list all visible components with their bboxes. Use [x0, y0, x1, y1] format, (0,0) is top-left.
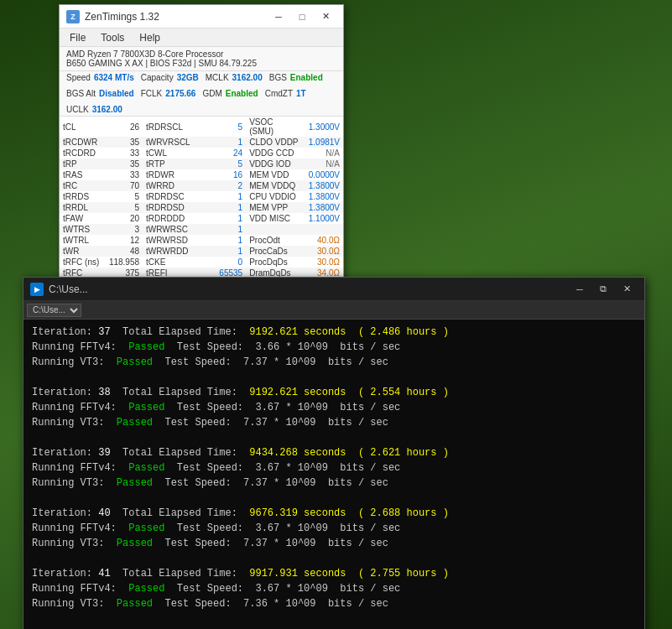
- menubar: File Tools Help: [60, 29, 343, 47]
- timing-name3: ProcOdt: [246, 235, 302, 246]
- menu-file[interactable]: File: [63, 30, 92, 45]
- vt3-line: Running VT3: Passed Test Speed: 7.37 * 1…: [32, 355, 636, 370]
- capacity-value: 32GB: [177, 73, 199, 82]
- timing-name: tWR: [60, 246, 106, 257]
- timing-val3: 1.3800V: [302, 191, 343, 202]
- capacity-label: Capacity: [141, 73, 174, 82]
- fclk-label: FCLK: [141, 89, 163, 98]
- timing-name3: [246, 224, 302, 235]
- blank-line: [32, 491, 636, 506]
- timing-val3: 1.3800V: [302, 202, 343, 213]
- maximize-button[interactable]: □: [291, 8, 313, 25]
- speed-value: 6324 MT/s: [94, 73, 134, 82]
- cmd-dropdown-bar: C:\Use...: [23, 301, 644, 320]
- bgs-alt-label: BGS Alt: [66, 89, 96, 98]
- timing-name2: tRDRDSD: [143, 202, 200, 213]
- cmd-titlebar-buttons: ─ ⧉ ✕: [569, 281, 638, 298]
- cmdzt-value: 1T: [296, 89, 306, 98]
- table-row: tRAS 33 tRDWR 16 MEM VDD 0.0000V: [60, 169, 343, 180]
- iteration-line: Iteration: 39 Total Elapsed Time: 9434.2…: [32, 445, 636, 460]
- table-row: tWTRS 3 tWRWRSC 1: [60, 224, 343, 235]
- timing-name: tWTRS: [60, 224, 106, 235]
- timing-val2: 2: [200, 180, 246, 191]
- iteration-line: Iteration: 38 Total Elapsed Time: 9192.6…: [32, 385, 636, 400]
- timing-val2: 16: [200, 169, 246, 180]
- timing-val: 33: [106, 169, 143, 180]
- vt3-line: Running VT3: Passed Test Speed: 7.36 * 1…: [32, 596, 636, 611]
- zentimings-title: ZenTimings 1.32: [85, 11, 268, 23]
- timing-val: 118.958: [106, 257, 143, 268]
- mclk-label: MCLK: [206, 73, 229, 82]
- table-row: tWR 48 tWRWRDD 1 ProcCaDs 30.0Ω: [60, 246, 343, 257]
- bgs-stat: BGS Enabled: [269, 73, 323, 82]
- table-row: tWTRL 12 tWRWRSD 1 ProcOdt 40.0Ω: [60, 235, 343, 246]
- bgs-label: BGS: [269, 73, 287, 82]
- titlebar-buttons: ─ □ ✕: [268, 8, 336, 25]
- table-row: tRRDS 5 tRDRDSC 1 CPU VDDIO 1.3800V: [60, 191, 343, 202]
- timing-name3: CLDO VDDP: [246, 137, 302, 148]
- cmd-close-button[interactable]: ✕: [616, 281, 638, 298]
- menu-tools[interactable]: Tools: [94, 30, 131, 45]
- blank-line: [32, 611, 636, 626]
- timing-val: 12: [106, 235, 143, 246]
- blank-line: [32, 551, 636, 566]
- timing-name: tRRDS: [60, 191, 106, 202]
- timing-name: tRC: [60, 180, 106, 191]
- timing-name3: VDD MISC: [246, 213, 302, 224]
- blank-line: [32, 430, 636, 445]
- timing-name2: tWRVRSCL: [143, 137, 200, 148]
- table-row: tRFC (ns) 118.958 tCKE 0 ProcDqDs 30.0Ω: [60, 257, 343, 268]
- table-row: tRCDWR 35 tWRVRSCL 1 CLDO VDDP 1.0981V: [60, 137, 343, 148]
- timing-name3: MEM VPP: [246, 202, 302, 213]
- timing-val2: 1: [200, 137, 246, 148]
- blank-line: [32, 370, 636, 385]
- zentimings-titlebar: Z ZenTimings 1.32 ─ □ ✕: [60, 5, 343, 29]
- timing-val3: 0.0000V: [302, 169, 343, 180]
- menu-help[interactable]: Help: [133, 30, 167, 45]
- timing-val3: 1.1000V: [302, 213, 343, 224]
- cmd-restore-button[interactable]: ⧉: [592, 281, 614, 298]
- cmd-minimize-button[interactable]: ─: [569, 281, 591, 298]
- fftv4-line: Running FFTv4: Passed Test Speed: 3.67 *…: [32, 460, 636, 476]
- timing-val: 70: [106, 180, 143, 191]
- capacity-stat: Capacity 32GB: [141, 73, 199, 82]
- cmd-title: C:\Use...: [49, 283, 569, 295]
- timing-val3: 30.0Ω: [302, 257, 343, 268]
- timing-val2: 1: [200, 191, 246, 202]
- table-row: tCL 26 tRDRSCL 5 VSOC (SMU) 1.3000V: [60, 117, 343, 137]
- cmd-titlebar: ▶ C:\Use... ─ ⧉ ✕: [23, 278, 644, 301]
- table-row: tRP 35 tRTP 5 VDDG IOD N/A: [60, 159, 343, 169]
- timing-name: tRAS: [60, 169, 106, 180]
- timing-name: tRCDRD: [60, 148, 106, 159]
- vt3-line: Running VT3: Passed Test Speed: 7.37 * 1…: [32, 415, 636, 430]
- cmd-icon: ▶: [30, 283, 44, 296]
- timing-val3: [302, 224, 343, 235]
- close-button[interactable]: ✕: [315, 8, 336, 25]
- timing-name: tRP: [60, 159, 106, 169]
- timing-val2: 1: [200, 246, 246, 257]
- iteration-line: Iteration: 41 Total Elapsed Time: 9917.9…: [32, 566, 636, 581]
- cmd-window: ▶ C:\Use... ─ ⧉ ✕ C:\Use... Iteration: 3…: [23, 277, 645, 629]
- timing-name2: tRTP: [143, 159, 200, 169]
- cmd-tab-select[interactable]: C:\Use...: [27, 304, 81, 317]
- timing-val2: 0: [200, 257, 246, 268]
- uclk-label: UCLK: [66, 105, 89, 114]
- cmd-content: Iteration: 37 Total Elapsed Time: 9192.6…: [23, 320, 644, 629]
- timing-name: tRRDL: [60, 202, 106, 213]
- fftv4-line: Running FFTv4: Passed Test Speed: 3.67 *…: [32, 581, 636, 596]
- timing-val: 48: [106, 246, 143, 257]
- speed-label: Speed: [66, 73, 91, 82]
- iteration-line: Iteration: 37 Total Elapsed Time: 9192.6…: [32, 325, 636, 340]
- timing-val3: 1.3000V: [302, 117, 343, 137]
- timing-name: tRFC (ns): [60, 257, 106, 268]
- timing-val: 35: [106, 159, 143, 169]
- timing-name2: tCWL: [143, 148, 200, 159]
- timing-name: tFAW: [60, 213, 106, 224]
- timing-val: 33: [106, 148, 143, 159]
- cpu-line1: AMD Ryzen 7 7800X3D 8-Core Processor: [66, 49, 336, 59]
- timing-val2: 1: [200, 213, 246, 224]
- minimize-button[interactable]: ─: [268, 8, 289, 25]
- table-row: tFAW 20 tRDRDDD 1 VDD MISC 1.1000V: [60, 213, 343, 224]
- timing-name2: tWRRD: [143, 180, 200, 191]
- timing-name: tWTRL: [60, 235, 106, 246]
